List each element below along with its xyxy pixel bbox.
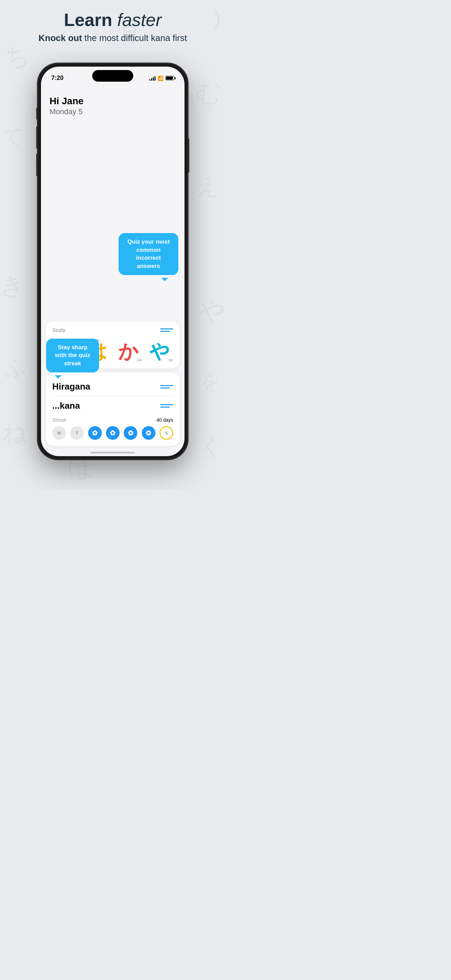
menu-line-k1 xyxy=(160,404,173,405)
streak-header: Streak 40 days xyxy=(52,417,173,423)
day-circle-s1: ✿ xyxy=(142,426,156,440)
menu-line-h1 xyxy=(160,385,173,386)
katakana-label: ...kana xyxy=(52,401,80,411)
power-button xyxy=(188,138,189,173)
menu-item-hiragana[interactable]: Hiragana xyxy=(52,379,173,395)
tooltip-quiz-streak: Stay sharp with the quiz streak xyxy=(46,339,99,372)
day-circle-t2: ✿ xyxy=(106,426,119,440)
status-bar: 7:20 📶 xyxy=(41,67,184,86)
streak-label: Streak xyxy=(52,417,66,423)
battery-icon xyxy=(165,76,174,80)
signal-bar-1 xyxy=(149,79,150,81)
hiragana-menu-icon xyxy=(160,385,173,388)
menu-line-k2 xyxy=(160,407,170,408)
kana-char-ya: や xyxy=(149,341,170,361)
dynamic-island xyxy=(92,70,133,82)
menu-line-1 xyxy=(160,328,173,329)
day-circle-m: M xyxy=(52,426,66,440)
menu-line-h2 xyxy=(160,388,170,388)
phone-frame: 7:20 📶 Hi Jane Monday 5 xyxy=(38,63,188,460)
study-label: Study xyxy=(52,327,65,333)
streak-value: 40 days xyxy=(157,417,173,423)
header-title-normal: Learn xyxy=(64,10,117,30)
menu-line-2 xyxy=(160,331,170,332)
kana-romaji-ka: ka xyxy=(137,358,141,362)
day-item-w: ✿ xyxy=(88,426,102,440)
greeting-name: Hi Jane xyxy=(49,95,176,107)
card-header: Study xyxy=(52,327,173,333)
signal-bar-4 xyxy=(154,76,156,81)
header-title: Learn faster xyxy=(0,10,226,30)
card-menu-icon xyxy=(160,328,173,332)
day-circle-f: ✿ xyxy=(124,426,137,440)
header-section: Learn faster Knock out the most difficul… xyxy=(0,10,226,44)
streak-days: M T ✿ ✿ ✿ xyxy=(52,426,173,440)
day-item-t2: ✿ xyxy=(106,426,119,440)
home-indicator xyxy=(91,452,135,453)
tooltip-left-text: Stay sharp with the quiz streak xyxy=(55,344,90,367)
day-item-m: M xyxy=(52,426,66,440)
subtitle-bold: Knock out xyxy=(39,33,82,43)
day-circle-w: ✿ xyxy=(88,426,102,440)
kana-char-ka: か xyxy=(118,341,138,361)
kana-item-ya[interactable]: や ya xyxy=(146,339,173,361)
day-circle-s2: S xyxy=(160,426,173,440)
status-time: 7:20 xyxy=(51,75,64,82)
hiragana-label: Hiragana xyxy=(52,381,90,392)
day-item-f: ✿ xyxy=(124,426,137,440)
menu-item-katakana[interactable]: ...kana xyxy=(52,398,173,414)
battery-fill xyxy=(166,76,173,80)
signal-bar-2 xyxy=(151,78,152,81)
header-subtitle: Knock out the most difficult kana first xyxy=(0,32,226,44)
header-title-italic: faster xyxy=(117,10,162,30)
day-circle-t1: T xyxy=(70,426,84,440)
volume-down-button xyxy=(36,154,38,176)
status-icons: 📶 xyxy=(149,75,174,81)
subtitle-rest: the most difficult kana first xyxy=(82,33,187,43)
day-item-t1: T xyxy=(70,426,84,440)
volume-mute-button xyxy=(36,108,38,119)
greeting-date: Monday 5 xyxy=(49,107,176,116)
menu-card[interactable]: Hiragana ...kana xyxy=(46,372,179,446)
menu-divider xyxy=(52,396,173,396)
phone-screen: 7:20 📶 Hi Jane Monday 5 xyxy=(41,67,184,456)
katakana-menu-icon xyxy=(160,404,173,408)
kana-romaji-ya: ya xyxy=(168,358,173,362)
kana-item-ka[interactable]: か ka xyxy=(114,339,142,361)
volume-up-button xyxy=(36,126,38,149)
tooltip-incorrect-answers: Quiz your most common incorrect answers xyxy=(119,233,178,275)
day-item-s2: S xyxy=(160,426,173,440)
signal-icon xyxy=(149,76,156,81)
streak-section: Streak 40 days M T ✿ xyxy=(52,417,173,440)
tooltip-right-text: Quiz your most common incorrect answers xyxy=(127,239,170,269)
wifi-icon: 📶 xyxy=(157,75,163,81)
signal-bar-3 xyxy=(153,77,154,81)
day-item-s1: ✿ xyxy=(142,426,156,440)
